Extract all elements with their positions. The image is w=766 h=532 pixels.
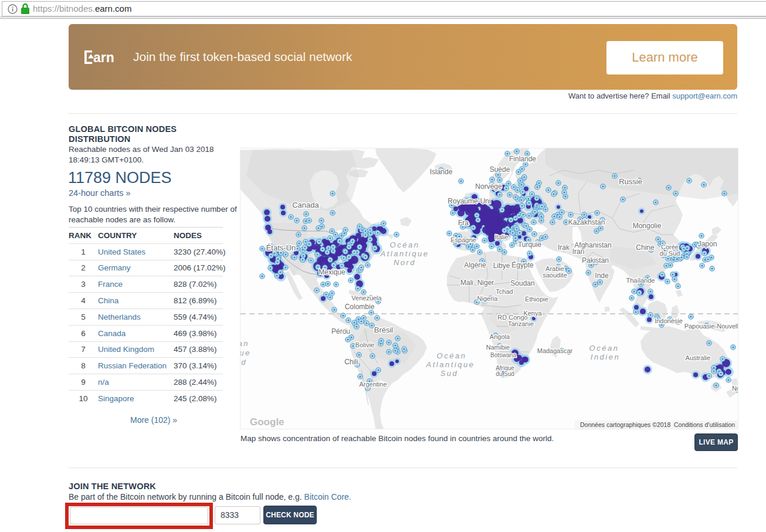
svg-text:arn: arn xyxy=(93,50,114,64)
